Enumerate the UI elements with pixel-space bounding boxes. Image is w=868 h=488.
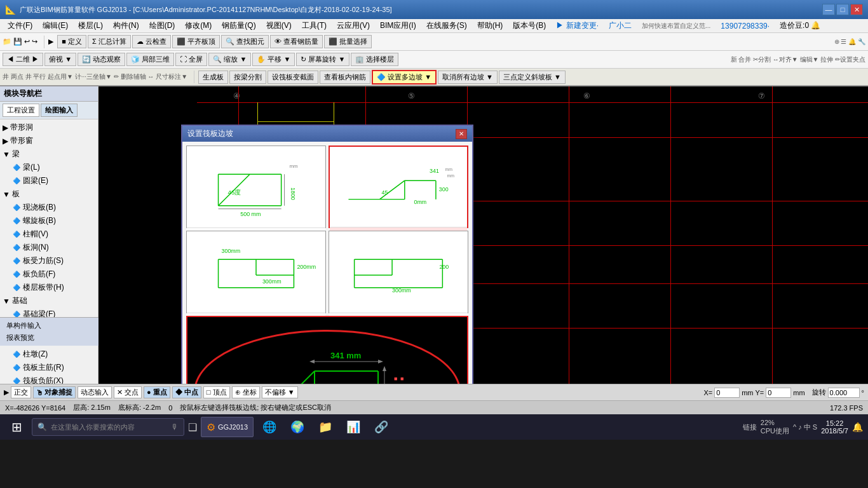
btn-view-rebar[interactable]: 👁 查看钢筋量 <box>270 35 323 48</box>
btn-sum[interactable]: Σ 汇总计算 <box>88 35 131 48</box>
btn-set-cross-section[interactable]: 设筏板变截面 <box>268 71 318 84</box>
btn-cancel-all-slope[interactable]: 取消所有边坡 ▼ <box>438 71 498 84</box>
btn-find[interactable]: 🔍 查找图元 <box>221 35 269 48</box>
btn-local-3d[interactable]: 🧊 局部三维 <box>126 53 174 66</box>
sidebar-single-input[interactable]: 单构件输入 <box>4 320 95 332</box>
search-bar[interactable]: 🔍 在这里输入你要搜索的内容 🎙 <box>32 418 184 436</box>
sidebar-item-raft-main[interactable]: 🔷筏板主筋(R) <box>0 361 98 374</box>
sidebar-report[interactable]: 报表预览 <box>4 332 95 344</box>
status-y-input[interactable] <box>766 388 791 398</box>
sidebar-item-col-cap[interactable]: 🔷柱帽(V) <box>0 227 98 241</box>
sidebar-nav-draw[interactable]: 绘图输入 <box>41 104 78 117</box>
statusbar: ▶ 正交 🖱对象捕捉 动态输入 ✕ 交点 ● 重点 ◆ 中点 □ 顶点 ⊕ 坐标… <box>0 384 868 400</box>
start-button[interactable]: ⊞ <box>5 416 28 438</box>
menu-version[interactable]: 版本号(B) <box>508 19 551 32</box>
taskbar-app1[interactable]: 📊 <box>341 417 365 437</box>
search-placeholder: 在这里输入你要搜索的内容 <box>51 423 135 432</box>
svg-text:■: ■ <box>394 376 397 382</box>
btn-2d[interactable]: ◀ 二维 ▶ <box>3 53 43 66</box>
taskbar-ie2[interactable]: 🌍 <box>285 417 309 437</box>
dialog-close-button[interactable]: ✕ <box>456 129 467 139</box>
sidebar-cat-tunnel[interactable]: ▶带形洞 <box>0 121 98 134</box>
toolbar-icon-area: 📁 💾 ↩ ↪ <box>3 37 37 46</box>
sidebar-item-slab-rebar[interactable]: 🔷板受力筋(S) <box>0 254 98 268</box>
taskbar-app-browser[interactable]: ⚙ GGJ2013 <box>201 417 254 437</box>
btn-screen-rotate[interactable]: ↻ 屏幕旋转 ▼ <box>296 53 349 66</box>
menu-online[interactable]: 在线服务(S) <box>421 19 472 32</box>
maximize-button[interactable]: □ <box>836 4 849 15</box>
status-rotate-input[interactable] <box>828 388 860 398</box>
menu-phone[interactable]: 13907298339· <box>715 20 775 32</box>
sidebar-item-neg-rebar[interactable]: 🔷板负筋(F) <box>0 268 98 281</box>
status-btn-snap[interactable]: 🖱对象捕捉 <box>33 386 76 398</box>
sidebar-item-raft-neg[interactable]: 🔷筏板负筋(X) <box>0 374 98 384</box>
sidebar-item-col-pier[interactable]: 🔷柱墩(Z) <box>0 348 98 361</box>
sidebar-item-beam-l[interactable]: 🔷梁(L) <box>0 161 98 174</box>
sidebar-cat-window[interactable]: ▶带形窗 <box>0 134 98 147</box>
btn-gen-slab[interactable]: 生成板 <box>198 71 228 84</box>
status-btn-orthogonal[interactable]: 正交 <box>11 386 31 398</box>
menu-help[interactable]: 帮助(H) <box>472 19 508 32</box>
sidebar-item-slab-hole[interactable]: 🔷板洞(N) <box>0 241 98 254</box>
menu-tools[interactable]: 工具(T) <box>297 19 332 32</box>
sidebar-cat-foundation[interactable]: ▼基础 <box>0 294 98 308</box>
tray-notification[interactable]: 🔔 <box>852 422 863 432</box>
taskbar-folder[interactable]: 📁 <box>313 417 337 437</box>
sidebar-cat-slab[interactable]: ▼板 <box>0 187 98 201</box>
sidebar-cat-beam[interactable]: ▼梁 <box>0 147 98 161</box>
close-button[interactable]: ✕ <box>850 4 863 15</box>
status-btn-midpoint[interactable]: ● 重点 <box>144 386 170 398</box>
menu-floor[interactable]: 楼层(L) <box>73 19 108 32</box>
btn-pan[interactable]: ✋ 平移 ▼ <box>252 53 295 66</box>
btn-fullscreen[interactable]: ⛶ 全屏 <box>175 53 207 66</box>
btn-dynamic-view[interactable]: 🔄 动态观察 <box>78 53 125 66</box>
taskbar-app2[interactable]: 🔗 <box>369 417 393 437</box>
taskview-button[interactable]: ❑ <box>188 421 197 433</box>
menu-quicklayout[interactable]: 加何快速布置自定义范... <box>637 20 715 32</box>
btn-cloud-check[interactable]: ☁ 云检查 <box>132 35 171 48</box>
status-x-input[interactable] <box>714 388 740 398</box>
btn-align-top[interactable]: ⬛ 平齐板顶 <box>172 35 220 48</box>
status-btn-coords[interactable]: ⊕ 坐标 <box>232 386 260 398</box>
btn-zoom[interactable]: 🔍 缩放 ▼ <box>208 53 251 66</box>
sidebar-item-cast-slab[interactable]: 🔷现浇板(B) <box>0 201 98 214</box>
menu-guangxiao[interactable]: 广小二 <box>604 19 637 32</box>
btn-view-inner-rebar[interactable]: 查看板内钢筋 <box>320 71 370 84</box>
status-btn-dynin[interactable]: 动态输入 <box>78 386 112 398</box>
node-large[interactable]: 341 mm 300 mm <box>186 316 468 384</box>
btn-top-view[interactable]: 俯视 ▼ <box>44 53 76 66</box>
menu-cloud[interactable]: 云应用(V) <box>332 19 375 32</box>
menu-draw[interactable]: 绘图(D) <box>144 19 180 32</box>
menu-rebar[interactable]: 钢筋量(Q) <box>217 19 261 32</box>
minimize-button[interactable]: — <box>822 4 835 15</box>
node-cell-3[interactable]: 300mm 200mm 300mm 边坡节点3 <box>186 231 326 313</box>
btn-select-floor[interactable]: 🏢 选择楼层 <box>351 53 398 66</box>
btn-3pt-slope[interactable]: 三点定义斜坡板 ▼ <box>499 71 566 84</box>
status-btn-center[interactable]: ◆ 中点 <box>172 386 201 398</box>
menu-file[interactable]: 文件(F) <box>3 19 37 32</box>
clock[interactable]: 15:22 2018/5/7 <box>821 419 848 435</box>
menu-view[interactable]: 视图(V) <box>261 19 297 32</box>
sidebar-nav-settings[interactable]: 工程设置 <box>3 104 39 117</box>
btn-batch-select[interactable]: ⬛ 批量选择 <box>324 35 372 48</box>
sidebar-item-spiral-slab[interactable]: 🔷螺旋板(B) <box>0 214 98 227</box>
node-cell-2[interactable]: 45 341 mm 300 mm 0mm 边坡节点2 <box>329 146 468 228</box>
menu-edit[interactable]: 编辑(E) <box>37 19 73 32</box>
menu-component[interactable]: 构件(N) <box>108 19 144 32</box>
btn-define[interactable]: ■ 定义 <box>57 35 86 48</box>
menu-bim[interactable]: BIM应用(I) <box>375 19 421 32</box>
menu-modify[interactable]: 修改(M) <box>180 19 217 32</box>
sidebar-item-floor-band[interactable]: 🔷楼层板带(H) <box>0 281 98 294</box>
menu-coins[interactable]: 造价豆:0 🔔 <box>775 19 825 32</box>
sidebar-item-beam-round[interactable]: 🔷圆梁(E) <box>0 174 98 187</box>
status-btn-vertex[interactable]: □ 顶点 <box>203 386 230 398</box>
taskbar-ie[interactable]: 🌐 <box>257 417 281 437</box>
node-cell-4[interactable]: 200 300mm 边坡节点4 <box>329 231 468 313</box>
btn-set-multi-slope[interactable]: 🔷 设置多边坡 ▼ <box>372 70 437 85</box>
menu-newchange[interactable]: ▶ 新建变更· <box>551 19 604 32</box>
node-cell-1[interactable]: 45度 500 mm 1800 mm 边坡节点1 <box>186 146 326 228</box>
btn-split-beam[interactable]: 按梁分割 <box>229 71 266 84</box>
status-no-offset[interactable]: 不偏移 ▼ <box>262 386 298 398</box>
tray-icons[interactable]: ^ ♪ 中 S <box>793 423 817 432</box>
status-btn-intersection[interactable]: ✕ 交点 <box>114 386 142 398</box>
